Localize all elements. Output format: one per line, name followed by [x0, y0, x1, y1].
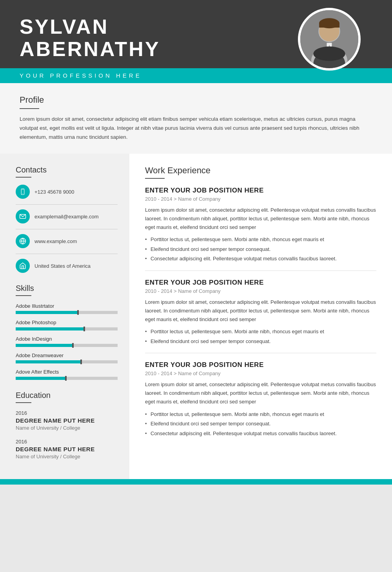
- education-underline: [16, 402, 31, 403]
- skills-section: Skills Adobe Illustrtator Adobe Photosho…: [16, 284, 118, 380]
- skill-bar-dreamweaver: [16, 360, 118, 363]
- skills-underline: [16, 295, 31, 296]
- job-2: ENTER YOUR JOB POSITION HERE 2010 - 2014…: [145, 279, 376, 345]
- profile-section: Profile Lorem ipsum dolor sit amet, cons…: [0, 83, 392, 154]
- contact-divider-2: [16, 229, 118, 229]
- two-column-layout: Contacts +123 45678 9000: [0, 154, 392, 479]
- job-1: ENTER YOUR JOB POSITION HERE 2010 - 2014…: [145, 187, 376, 263]
- work-experience-title: Work Experience: [145, 165, 376, 176]
- profession-bar: YOUR PROFESSION HERE: [0, 68, 392, 83]
- job-bullet-3-2: Eleifend tincidunt orci sed semper tempo…: [145, 420, 376, 428]
- edu-year-2: 2016: [16, 439, 118, 445]
- skill-marker-aftereffects: [65, 376, 67, 381]
- skill-name-illustrator: Adobe Illustrtator: [16, 303, 118, 309]
- svg-rect-12: [22, 189, 24, 190]
- skill-marker-indesign: [72, 343, 74, 348]
- job-meta-2: 2010 - 2014 > Name of Company: [145, 288, 376, 294]
- skill-item-indesign: Adobe InDesign: [16, 336, 118, 347]
- education-item-1: 2016 DEGREE NAME PUT HERE Name of Univer…: [16, 410, 118, 431]
- job-bullet-1-1: Porttitor lectus ut, pellentesque sem. M…: [145, 236, 376, 243]
- svg-rect-8: [319, 23, 339, 27]
- job-meta-1: 2010 - 2014 > Name of Company: [145, 196, 376, 202]
- skill-marker-photoshop: [83, 327, 85, 331]
- work-experience-underline: [145, 178, 165, 179]
- skill-fill-indesign: [16, 344, 74, 347]
- profile-title: Profile: [20, 95, 372, 105]
- location-icon: [16, 259, 30, 273]
- skill-name-aftereffects: Adove After Effects: [16, 369, 118, 375]
- job-bullet-2-2: Eleifend tincidunt orci sed semper tempo…: [145, 338, 376, 345]
- job-bullets-1: Porttitor lectus ut, pellentesque sem. M…: [145, 236, 376, 263]
- email-text: examplemail@example.com: [34, 214, 98, 220]
- header: SYLVAN ABERNATHY: [0, 0, 392, 83]
- contact-divider-1: [16, 204, 118, 205]
- job-description-3: Lorem ipsum dolor sit amet, consectetur …: [145, 380, 376, 406]
- job-title-2: ENTER YOUR JOB POSITION HERE: [145, 279, 376, 287]
- phone-text: +123 45678 9000: [34, 189, 74, 195]
- right-column: Work Experience ENTER YOUR JOB POSITION …: [129, 154, 392, 479]
- contact-location: United States of America: [16, 259, 118, 273]
- job-bullet-1-3: Consectetur adipiscing elit. Pellentesqu…: [145, 255, 376, 263]
- profession-text: YOUR PROFESSION HERE: [20, 72, 142, 79]
- job-divider-1: [145, 271, 376, 271]
- skill-fill-photoshop: [16, 327, 85, 330]
- skill-marker-illustrator: [77, 310, 79, 315]
- job-3: ENTER YOUR JOB POSITION HERE 2010 - 2014…: [145, 361, 376, 437]
- job-bullets-3: Porttitor lectus ut, pellentesque sem. M…: [145, 410, 376, 438]
- job-bullet-3-3: Consectetur adipiscing elit. Pellentesqu…: [145, 430, 376, 438]
- skill-fill-dreamweaver: [16, 360, 82, 363]
- job-bullet-2-1: Porttitor lectus ut, pellentesque sem. M…: [145, 328, 376, 336]
- phone-icon: [16, 185, 30, 199]
- svg-point-11: [22, 193, 23, 194]
- location-text: United States of America: [34, 263, 91, 269]
- education-title: Education: [16, 391, 118, 400]
- contacts-underline: [16, 177, 31, 178]
- skill-bar-indesign: [16, 344, 118, 347]
- globe-icon: [16, 234, 30, 248]
- edu-degree-1: DEGREE NAME PUT HERE: [16, 417, 118, 424]
- contact-email: examplemail@example.com: [16, 209, 118, 223]
- skill-bar-illustrator: [16, 311, 118, 314]
- skill-name-photoshop: Adobe Photoshop: [16, 320, 118, 325]
- job-description-2: Lorem ipsum dolor sit amet, consectetur …: [145, 298, 376, 324]
- education-item-2: 2016 DEGREE NAME PUT HERE Name of Univer…: [16, 439, 118, 459]
- contacts-section: Contacts +123 45678 9000: [16, 165, 118, 273]
- job-bullet-3-1: Porttitor lectus ut, pellentesque sem. M…: [145, 410, 376, 418]
- contact-divider-3: [16, 254, 118, 254]
- skill-bar-aftereffects: [16, 377, 118, 380]
- profile-text: Lorem ipsum dolor sit amet, consectetur …: [20, 115, 372, 142]
- resume: SYLVAN ABERNATHY: [0, 0, 392, 485]
- contact-website: www.example.com: [16, 234, 118, 248]
- footer-bar: [0, 479, 392, 485]
- profile-photo: [298, 8, 361, 71]
- left-column: Contacts +123 45678 9000: [0, 154, 129, 479]
- skill-item-dreamweaver: Adobe Dreamweaver: [16, 352, 118, 363]
- job-bullet-1-2: Eleifend tincidunt orci sed semper tempo…: [145, 245, 376, 253]
- job-bullets-2: Porttitor lectus ut, pellentesque sem. M…: [145, 328, 376, 345]
- edu-year-1: 2016: [16, 410, 118, 416]
- job-title-1: ENTER YOUR JOB POSITION HERE: [145, 187, 376, 194]
- skill-bar-photoshop: [16, 327, 118, 330]
- skills-title: Skills: [16, 284, 118, 293]
- svg-point-9: [313, 47, 345, 61]
- profile-underline: [20, 108, 39, 109]
- edu-institution-2: Name of University / College: [16, 454, 118, 459]
- job-title-3: ENTER YOUR JOB POSITION HERE: [145, 361, 376, 369]
- skill-marker-dreamweaver: [80, 360, 82, 364]
- skill-fill-aftereffects: [16, 377, 67, 380]
- job-description-1: Lorem ipsum dolor sit amet, consectetur …: [145, 206, 376, 232]
- edu-degree-2: DEGREE NAME PUT HERE: [16, 446, 118, 452]
- job-meta-3: 2010 - 2014 > Name of Company: [145, 370, 376, 376]
- website-text: www.example.com: [34, 238, 77, 244]
- contact-phone: +123 45678 9000: [16, 185, 118, 199]
- edu-institution-1: Name of University / College: [16, 425, 118, 431]
- skill-item-photoshop: Adobe Photoshop: [16, 320, 118, 330]
- contacts-title: Contacts: [16, 165, 118, 174]
- skill-item-illustrator: Adobe Illustrtator: [16, 303, 118, 314]
- skill-item-aftereffects: Adove After Effects: [16, 369, 118, 380]
- skill-fill-illustrator: [16, 311, 79, 314]
- skill-name-indesign: Adobe InDesign: [16, 336, 118, 342]
- email-icon: [16, 209, 30, 223]
- skill-name-dreamweaver: Adobe Dreamweaver: [16, 352, 118, 358]
- job-divider-2: [145, 353, 376, 353]
